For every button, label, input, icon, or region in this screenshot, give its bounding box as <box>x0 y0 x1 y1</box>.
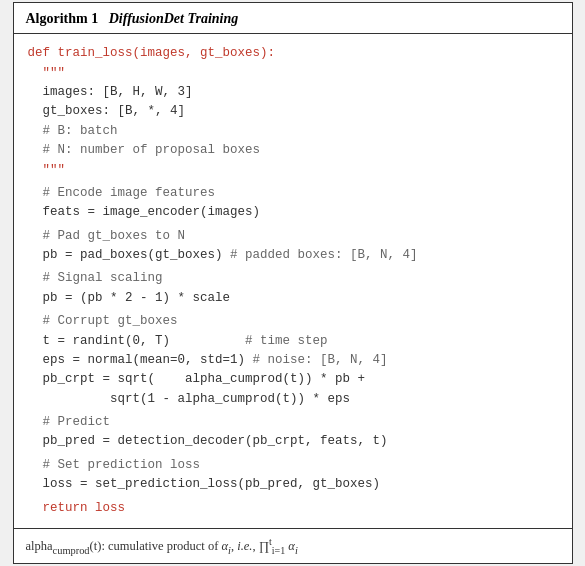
code-line-10: # Pad gt_boxes to N <box>28 227 558 246</box>
footer-text: alphacumprod(t): cumulative product of α… <box>26 539 298 553</box>
code-line-4: gt_boxes: [B, *, 4] <box>28 102 558 121</box>
algo-number: Algorithm 1 <box>26 11 99 26</box>
algorithm-footer: alphacumprod(t): cumulative product of α… <box>14 528 572 563</box>
code-line-6: # N: number of proposal boxes <box>28 141 558 160</box>
code-line-20: pb_pred = detection_decoder(pb_crpt, fea… <box>28 432 558 451</box>
code-line-22: loss = set_prediction_loss(pb_pred, gt_b… <box>28 475 558 494</box>
code-line-21: # Set prediction loss <box>28 456 558 475</box>
code-line-8: # Encode image features <box>28 184 558 203</box>
code-line-3: images: [B, H, W, 3] <box>28 83 558 102</box>
code-line-7: """ <box>28 161 558 180</box>
algorithm-box: Algorithm 1 DiffusionDet Training def tr… <box>13 2 573 563</box>
algorithm-body: def train_loss(images, gt_boxes): """ im… <box>14 34 572 528</box>
code-line-16: eps = normal(mean=0, std=1) # noise: [B,… <box>28 351 558 370</box>
code-line-19: # Predict <box>28 413 558 432</box>
code-line-12: # Signal scaling <box>28 269 558 288</box>
code-line-13: pb = (pb * 2 - 1) * scale <box>28 289 558 308</box>
code-line-17: pb_crpt = sqrt( alpha_cumprod(t)) * pb + <box>28 370 558 389</box>
algo-title: DiffusionDet Training <box>109 11 239 26</box>
code-line-5: # B: batch <box>28 122 558 141</box>
code-line-11: pb = pad_boxes(gt_boxes) # padded boxes:… <box>28 246 558 265</box>
code-line-14: # Corrupt gt_boxes <box>28 312 558 331</box>
code-line-18: sqrt(1 - alpha_cumprod(t)) * eps <box>28 390 558 409</box>
code-line-1: def train_loss(images, gt_boxes): <box>28 44 558 63</box>
code-line-2: """ <box>28 64 558 83</box>
code-line-23: return loss <box>28 499 558 518</box>
code-line-15: t = randint(0, T) # time step <box>28 332 558 351</box>
algorithm-header: Algorithm 1 DiffusionDet Training <box>14 3 572 34</box>
code-line-9: feats = image_encoder(images) <box>28 203 558 222</box>
